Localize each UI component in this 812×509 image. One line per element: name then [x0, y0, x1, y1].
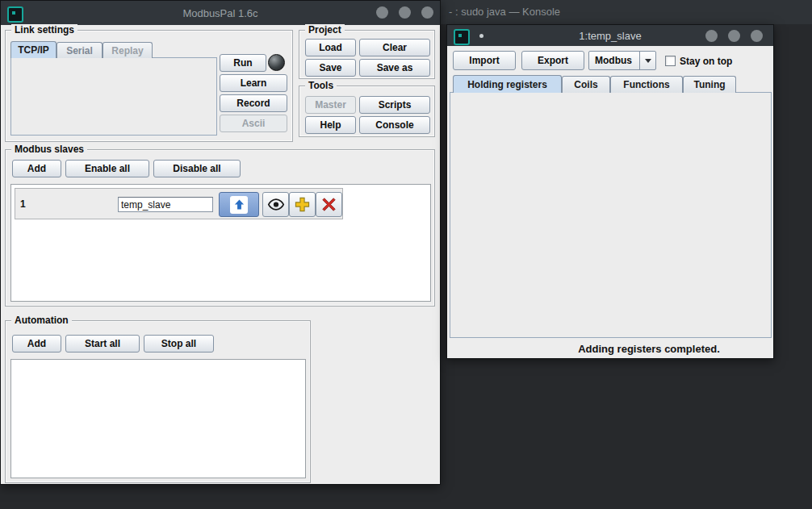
slave-name-input[interactable]	[118, 197, 213, 212]
enable-all-button[interactable]: Enable all	[65, 160, 149, 177]
slave-editor-window: 1:temp_slave Import Export Modbus Stay o…	[446, 24, 774, 359]
modbus-mode-value: Modbus	[589, 52, 639, 69]
modbuspal-window: ModbusPal 1.6c Link settings TCP/IP Seri…	[0, 0, 441, 485]
tab-holding-registers[interactable]: Holding registers	[453, 75, 562, 93]
tab-functions[interactable]: Functions	[610, 76, 683, 93]
app-icon	[454, 29, 470, 45]
master-button[interactable]: Master	[305, 96, 356, 114]
status-message: Adding registers completed.	[528, 343, 770, 355]
link-settings-title: Link settings	[11, 24, 77, 36]
up-arrow-icon	[230, 196, 248, 214]
app-icon	[7, 6, 23, 23]
minimize-icon[interactable]	[705, 30, 718, 42]
export-button[interactable]: Export	[521, 51, 584, 70]
learn-button[interactable]: Learn	[220, 74, 287, 92]
link-status-led-icon	[268, 54, 285, 71]
close-icon[interactable]	[751, 30, 763, 42]
start-all-button[interactable]: Start all	[65, 335, 140, 353]
scripts-button[interactable]: Scripts	[359, 96, 430, 114]
slaves-list: 1	[10, 184, 431, 302]
stay-on-top-checkbox[interactable]	[665, 56, 676, 66]
load-button[interactable]: Load	[305, 39, 356, 56]
window-controls	[376, 6, 433, 19]
run-button[interactable]: Run	[220, 54, 266, 72]
titlebar-dot-icon	[479, 34, 483, 38]
add-slave-button[interactable]: Add	[12, 160, 61, 177]
tools-title: Tools	[305, 80, 337, 92]
chevron-down-icon	[639, 52, 655, 69]
tab-tuning[interactable]: Tuning	[683, 76, 736, 93]
slave-id: 1	[20, 198, 26, 210]
plus-icon	[295, 197, 310, 212]
view-slave-button[interactable]	[262, 192, 289, 217]
project-title: Project	[305, 24, 345, 36]
modbus-mode-select[interactable]: Modbus	[588, 51, 656, 70]
konsole-title: - : sudo java — Konsole	[449, 0, 560, 24]
slave-row: 1	[15, 188, 343, 219]
automation-list	[10, 359, 306, 478]
stay-on-top-label[interactable]: Stay on top	[680, 56, 732, 67]
import-button[interactable]: Import	[453, 51, 516, 70]
add-automation-button[interactable]: Add	[12, 335, 61, 353]
tab-serial[interactable]: Serial	[57, 42, 103, 58]
enable-slave-button[interactable]	[219, 192, 259, 217]
window-controls	[705, 30, 763, 42]
x-icon	[322, 198, 336, 211]
minimize-icon[interactable]	[376, 6, 388, 19]
tab-tcpip[interactable]: TCP/IP	[10, 41, 57, 58]
clear-button[interactable]: Clear	[359, 39, 430, 56]
console-button[interactable]: Console	[359, 116, 430, 134]
tab-replay[interactable]: Replay	[103, 42, 153, 58]
delete-slave-button[interactable]	[316, 192, 342, 217]
automation-title: Automation	[11, 315, 72, 327]
save-button[interactable]: Save	[305, 59, 356, 77]
ascii-button[interactable]: Ascii	[220, 115, 287, 132]
eye-icon	[267, 198, 285, 211]
add-automation-binding-button[interactable]	[289, 192, 316, 217]
record-button[interactable]: Record	[220, 94, 287, 112]
slave-titlebar[interactable]: 1:temp_slave	[447, 25, 773, 46]
stop-all-button[interactable]: Stop all	[144, 335, 214, 353]
save-as-button[interactable]: Save as	[359, 59, 430, 77]
window-title: ModbusPal 1.6c	[1, 7, 440, 19]
help-button[interactable]: Help	[305, 116, 356, 134]
disable-all-button[interactable]: Disable all	[153, 160, 241, 177]
modbus-slaves-title: Modbus slaves	[11, 144, 87, 156]
tab-coils[interactable]: Coils	[562, 76, 610, 93]
tcpip-panel	[10, 57, 217, 136]
maximize-icon[interactable]	[728, 30, 740, 42]
holding-registers-panel	[450, 92, 772, 338]
modbuspal-titlebar[interactable]: ModbusPal 1.6c	[1, 1, 440, 25]
close-icon[interactable]	[421, 6, 433, 19]
maximize-icon[interactable]	[399, 6, 411, 19]
